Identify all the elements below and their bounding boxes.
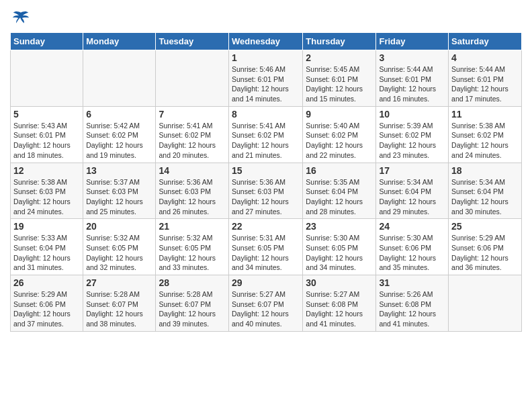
cell-date-number: 20	[86, 221, 152, 232]
cell-info-text: Sunrise: 5:44 AM Sunset: 6:01 PM Dayligh…	[451, 64, 519, 104]
cell-info-text: Sunrise: 5:33 AM Sunset: 6:04 PM Dayligh…	[13, 233, 80, 273]
cell-info-text: Sunrise: 5:44 AM Sunset: 6:01 PM Dayligh…	[379, 64, 445, 104]
weekday-header-tuesday: Tuesday	[156, 33, 229, 50]
week-row-4: 19Sunrise: 5:33 AM Sunset: 6:04 PM Dayli…	[11, 219, 522, 275]
cell-date-number: 2	[306, 52, 373, 63]
weekday-header-friday: Friday	[376, 33, 449, 50]
calendar-cell: 2Sunrise: 5:45 AM Sunset: 6:01 PM Daylig…	[303, 50, 376, 107]
weekday-header-saturday: Saturday	[449, 33, 522, 50]
header	[10, 7, 522, 28]
calendar-cell	[156, 50, 229, 107]
cell-info-text: Sunrise: 5:32 AM Sunset: 6:05 PM Dayligh…	[159, 233, 226, 273]
cell-date-number: 10	[379, 109, 445, 120]
calendar-cell: 29Sunrise: 5:27 AM Sunset: 6:07 PM Dayli…	[229, 275, 303, 332]
cell-info-text: Sunrise: 5:26 AM Sunset: 6:08 PM Dayligh…	[379, 289, 445, 329]
calendar-cell: 6Sunrise: 5:42 AM Sunset: 6:02 PM Daylig…	[83, 106, 156, 163]
weekday-header-row: SundayMondayTuesdayWednesdayThursdayFrid…	[11, 33, 522, 50]
calendar-cell: 31Sunrise: 5:26 AM Sunset: 6:08 PM Dayli…	[376, 275, 449, 332]
cell-date-number: 6	[86, 109, 152, 120]
calendar-cell: 22Sunrise: 5:31 AM Sunset: 6:05 PM Dayli…	[229, 219, 303, 275]
weekday-header-monday: Monday	[83, 33, 156, 50]
calendar-cell: 15Sunrise: 5:36 AM Sunset: 6:03 PM Dayli…	[229, 163, 303, 219]
cell-info-text: Sunrise: 5:36 AM Sunset: 6:03 PM Dayligh…	[159, 177, 226, 217]
cell-date-number: 11	[451, 109, 519, 120]
cell-info-text: Sunrise: 5:30 AM Sunset: 6:05 PM Dayligh…	[306, 233, 373, 273]
cell-info-text: Sunrise: 5:42 AM Sunset: 6:02 PM Dayligh…	[86, 121, 152, 161]
cell-info-text: Sunrise: 5:37 AM Sunset: 6:03 PM Dayligh…	[86, 177, 152, 217]
calendar-table: SundayMondayTuesdayWednesdayThursdayFrid…	[10, 32, 522, 332]
calendar-cell: 5Sunrise: 5:43 AM Sunset: 6:01 PM Daylig…	[11, 106, 83, 163]
cell-info-text: Sunrise: 5:34 AM Sunset: 6:04 PM Dayligh…	[451, 177, 519, 217]
cell-info-text: Sunrise: 5:45 AM Sunset: 6:01 PM Dayligh…	[306, 64, 373, 104]
weekday-header-sunday: Sunday	[11, 33, 83, 50]
cell-date-number: 23	[306, 221, 373, 232]
calendar-cell: 4Sunrise: 5:44 AM Sunset: 6:01 PM Daylig…	[449, 50, 522, 107]
cell-date-number: 27	[86, 277, 152, 288]
calendar-cell: 14Sunrise: 5:36 AM Sunset: 6:03 PM Dayli…	[156, 163, 229, 219]
cell-date-number: 15	[232, 165, 300, 176]
cell-date-number: 22	[232, 221, 300, 232]
calendar-cell: 28Sunrise: 5:28 AM Sunset: 6:07 PM Dayli…	[156, 275, 229, 332]
cell-info-text: Sunrise: 5:27 AM Sunset: 6:07 PM Dayligh…	[232, 289, 300, 329]
cell-date-number: 14	[159, 165, 226, 176]
calendar-cell: 30Sunrise: 5:27 AM Sunset: 6:08 PM Dayli…	[303, 275, 376, 332]
cell-date-number: 25	[451, 221, 519, 232]
cell-date-number: 7	[159, 109, 226, 120]
page: SundayMondayTuesdayWednesdayThursdayFrid…	[0, 0, 532, 338]
calendar-cell: 23Sunrise: 5:30 AM Sunset: 6:05 PM Dayli…	[303, 219, 376, 275]
cell-info-text: Sunrise: 5:32 AM Sunset: 6:05 PM Dayligh…	[86, 233, 152, 273]
weekday-header-thursday: Thursday	[303, 33, 376, 50]
cell-date-number: 3	[379, 52, 445, 63]
calendar-cell: 8Sunrise: 5:41 AM Sunset: 6:02 PM Daylig…	[229, 106, 303, 163]
cell-info-text: Sunrise: 5:34 AM Sunset: 6:04 PM Dayligh…	[379, 177, 445, 217]
cell-info-text: Sunrise: 5:40 AM Sunset: 6:02 PM Dayligh…	[306, 121, 373, 161]
calendar-cell: 10Sunrise: 5:39 AM Sunset: 6:02 PM Dayli…	[376, 106, 449, 163]
calendar-cell: 1Sunrise: 5:46 AM Sunset: 6:01 PM Daylig…	[229, 50, 303, 107]
calendar-cell: 9Sunrise: 5:40 AM Sunset: 6:02 PM Daylig…	[303, 106, 376, 163]
cell-date-number: 19	[13, 221, 80, 232]
cell-date-number: 31	[379, 277, 445, 288]
cell-date-number: 9	[306, 109, 373, 120]
calendar-cell: 3Sunrise: 5:44 AM Sunset: 6:01 PM Daylig…	[376, 50, 449, 107]
cell-date-number: 29	[232, 277, 300, 288]
cell-info-text: Sunrise: 5:29 AM Sunset: 6:06 PM Dayligh…	[13, 289, 80, 329]
week-row-5: 26Sunrise: 5:29 AM Sunset: 6:06 PM Dayli…	[11, 275, 522, 332]
week-row-1: 1Sunrise: 5:46 AM Sunset: 6:01 PM Daylig…	[11, 50, 522, 107]
cell-info-text: Sunrise: 5:41 AM Sunset: 6:02 PM Dayligh…	[159, 121, 226, 161]
cell-info-text: Sunrise: 5:43 AM Sunset: 6:01 PM Dayligh…	[13, 121, 80, 161]
cell-date-number: 30	[306, 277, 373, 288]
calendar-cell	[11, 50, 83, 107]
cell-date-number: 1	[232, 52, 300, 63]
logo-bird-icon	[11, 9, 30, 28]
calendar-cell: 26Sunrise: 5:29 AM Sunset: 6:06 PM Dayli…	[11, 275, 83, 332]
cell-info-text: Sunrise: 5:38 AM Sunset: 6:02 PM Dayligh…	[451, 121, 519, 161]
cell-date-number: 24	[379, 221, 445, 232]
calendar-cell	[449, 275, 522, 332]
cell-date-number: 18	[451, 165, 519, 176]
cell-info-text: Sunrise: 5:46 AM Sunset: 6:01 PM Dayligh…	[232, 64, 300, 104]
cell-date-number: 28	[159, 277, 226, 288]
cell-date-number: 4	[451, 52, 519, 63]
calendar-cell: 19Sunrise: 5:33 AM Sunset: 6:04 PM Dayli…	[11, 219, 83, 275]
cell-info-text: Sunrise: 5:39 AM Sunset: 6:02 PM Dayligh…	[379, 121, 445, 161]
weekday-header-wednesday: Wednesday	[229, 33, 303, 50]
cell-info-text: Sunrise: 5:30 AM Sunset: 6:06 PM Dayligh…	[379, 233, 445, 273]
calendar-cell: 11Sunrise: 5:38 AM Sunset: 6:02 PM Dayli…	[449, 106, 522, 163]
calendar-cell: 24Sunrise: 5:30 AM Sunset: 6:06 PM Dayli…	[376, 219, 449, 275]
calendar-cell: 13Sunrise: 5:37 AM Sunset: 6:03 PM Dayli…	[83, 163, 156, 219]
cell-info-text: Sunrise: 5:28 AM Sunset: 6:07 PM Dayligh…	[159, 289, 226, 329]
calendar-cell: 12Sunrise: 5:38 AM Sunset: 6:03 PM Dayli…	[11, 163, 83, 219]
week-row-2: 5Sunrise: 5:43 AM Sunset: 6:01 PM Daylig…	[11, 106, 522, 163]
calendar-cell	[83, 50, 156, 107]
cell-info-text: Sunrise: 5:31 AM Sunset: 6:05 PM Dayligh…	[232, 233, 300, 273]
cell-date-number: 12	[13, 165, 80, 176]
week-row-3: 12Sunrise: 5:38 AM Sunset: 6:03 PM Dayli…	[11, 163, 522, 219]
cell-info-text: Sunrise: 5:35 AM Sunset: 6:04 PM Dayligh…	[306, 177, 373, 217]
cell-info-text: Sunrise: 5:27 AM Sunset: 6:08 PM Dayligh…	[306, 289, 373, 329]
calendar-cell: 27Sunrise: 5:28 AM Sunset: 6:07 PM Dayli…	[83, 275, 156, 332]
cell-date-number: 16	[306, 165, 373, 176]
cell-date-number: 21	[159, 221, 226, 232]
logo	[10, 9, 30, 28]
cell-date-number: 5	[13, 109, 80, 120]
cell-date-number: 13	[86, 165, 152, 176]
